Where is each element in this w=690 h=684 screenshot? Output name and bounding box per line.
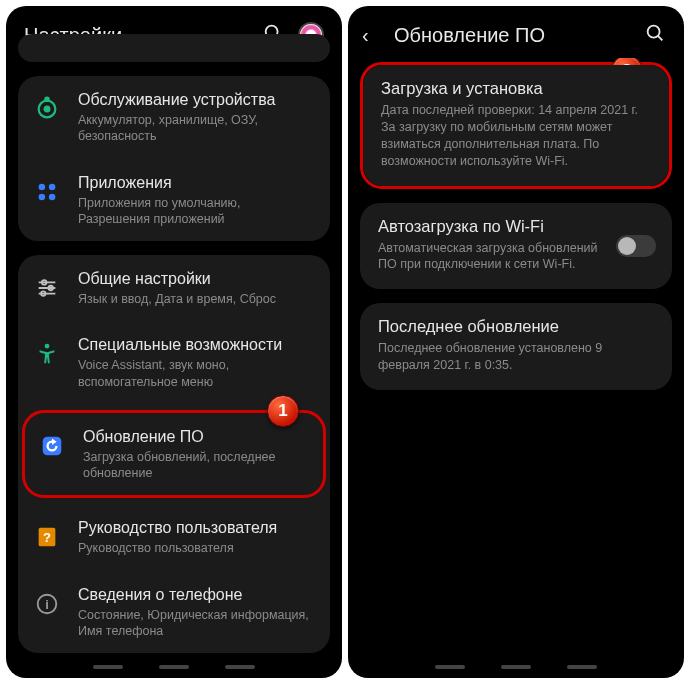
row-sub: Состояние, Юридическая информация, Имя т… bbox=[78, 607, 314, 640]
general-icon bbox=[30, 271, 64, 305]
info-icon: i bbox=[30, 587, 64, 621]
svg-line-22 bbox=[658, 36, 662, 40]
highlight-1: 1 Обновление ПО Загрузка обновлений, пос… bbox=[22, 410, 326, 499]
row-apps[interactable]: Приложения Приложения по умолчанию, Разр… bbox=[18, 159, 330, 242]
callout-badge-1: 1 bbox=[267, 395, 299, 427]
svg-point-3 bbox=[45, 107, 50, 112]
row-title: Обслуживание устройства bbox=[78, 90, 314, 110]
svg-point-4 bbox=[45, 98, 48, 101]
update-header: ‹ Обновление ПО bbox=[348, 6, 684, 58]
row-sub: Дата последней проверки: 14 апреля 2021 … bbox=[381, 102, 651, 170]
row-sub: Язык и ввод, Дата и время, Сброс bbox=[78, 291, 314, 307]
row-sub: Аккумулятор, хранилище, ОЗУ, безопасност… bbox=[78, 112, 314, 145]
svg-text:i: i bbox=[45, 596, 49, 611]
accessibility-icon bbox=[30, 337, 64, 371]
software-update-screen: ‹ Обновление ПО 2 Загрузка и установка Д… bbox=[348, 6, 684, 678]
settings-group-2: Общие настройки Язык и ввод, Дата и врем… bbox=[18, 255, 330, 653]
svg-point-15 bbox=[45, 344, 50, 349]
prev-group-peek bbox=[18, 34, 330, 62]
row-sub: Руководство пользователя bbox=[78, 540, 314, 556]
row-title: Руководство пользователя bbox=[78, 518, 314, 538]
row-accessibility[interactable]: Специальные возможности Voice Assistant,… bbox=[18, 321, 330, 404]
row-general[interactable]: Общие настройки Язык и ввод, Дата и врем… bbox=[18, 255, 330, 321]
row-sub: Последнее обновление установлено 9 февра… bbox=[378, 340, 654, 374]
row-title: Обновление ПО bbox=[83, 427, 307, 447]
row-sub: Voice Assistant, звук моно, вспомогатель… bbox=[78, 357, 314, 390]
row-title: Специальные возможности bbox=[78, 335, 314, 355]
back-icon[interactable]: ‹ bbox=[362, 24, 380, 47]
svg-rect-6 bbox=[49, 183, 56, 190]
device-care-icon bbox=[30, 92, 64, 126]
user-guide-icon: ? bbox=[30, 520, 64, 554]
software-update-icon bbox=[35, 429, 69, 463]
row-device-care[interactable]: Обслуживание устройства Аккумулятор, хра… bbox=[18, 76, 330, 159]
svg-point-21 bbox=[648, 26, 660, 38]
settings-group-1: Обслуживание устройства Аккумулятор, хра… bbox=[18, 76, 330, 241]
row-sub: Приложения по умолчанию, Разрешения прил… bbox=[78, 195, 314, 228]
settings-screen: Настройки Обслуживание устройства Аккуму… bbox=[6, 6, 342, 678]
row-sub: Автоматическая загрузка обновлений ПО пр… bbox=[378, 240, 602, 274]
wifi-toggle[interactable] bbox=[616, 235, 656, 257]
row-last-update[interactable]: Последнее обновление Последнее обновлени… bbox=[360, 303, 672, 390]
row-title: Приложения bbox=[78, 173, 314, 193]
highlight-2: 2 Загрузка и установка Дата последней пр… bbox=[360, 62, 672, 189]
apps-icon bbox=[30, 175, 64, 209]
row-user-guide[interactable]: ? Руководство пользователя Руководство п… bbox=[18, 504, 330, 570]
nav-bar bbox=[6, 662, 342, 678]
nav-bar bbox=[348, 662, 684, 678]
search-icon[interactable] bbox=[644, 22, 666, 48]
row-title: Последнее обновление bbox=[378, 317, 654, 336]
svg-rect-7 bbox=[39, 193, 46, 200]
row-title: Автозагрузка по Wi-Fi bbox=[378, 217, 602, 236]
svg-text:?: ? bbox=[43, 530, 51, 545]
row-title: Общие настройки bbox=[78, 269, 314, 289]
row-auto-download-wifi[interactable]: Автозагрузка по Wi-Fi Автоматическая заг… bbox=[360, 203, 672, 290]
row-title: Загрузка и установка bbox=[381, 79, 651, 98]
row-title: Сведения о телефоне bbox=[78, 585, 314, 605]
row-download-install[interactable]: Загрузка и установка Дата последней пров… bbox=[363, 65, 669, 186]
page-title: Обновление ПО bbox=[394, 24, 630, 47]
svg-rect-8 bbox=[49, 193, 56, 200]
row-sub: Загрузка обновлений, последнее обновлени… bbox=[83, 449, 307, 482]
svg-rect-5 bbox=[39, 183, 46, 190]
row-about-phone[interactable]: i Сведения о телефоне Состояние, Юридиче… bbox=[18, 571, 330, 654]
